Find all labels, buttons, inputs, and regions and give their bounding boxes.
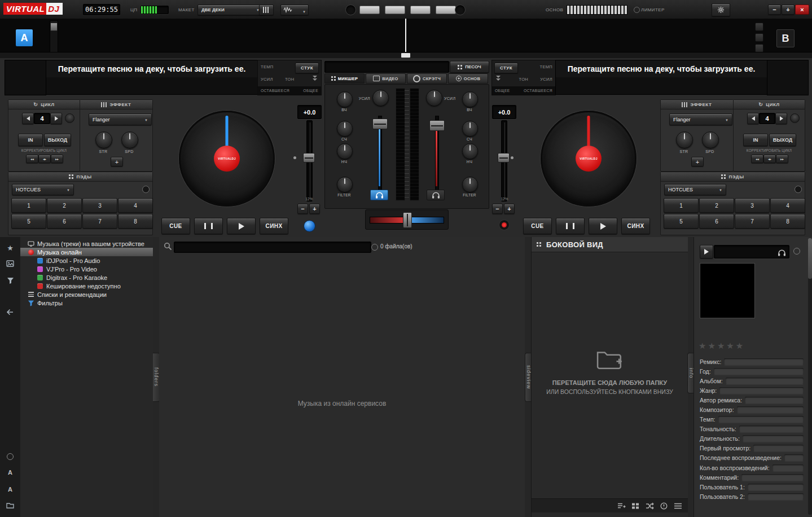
tree-item-cache[interactable]: Кеширование недоступно: [20, 282, 153, 290]
eq-low-knob-a[interactable]: [337, 143, 353, 159]
loop-in-button[interactable]: IN: [18, 134, 43, 146]
info-field-value[interactable]: [724, 358, 804, 365]
chevron-double-icon[interactable]: [496, 76, 501, 81]
gain-knob-b[interactable]: [426, 90, 442, 106]
beat-tap-button[interactable]: СТУК: [295, 63, 319, 73]
wave-option-button-1[interactable]: [755, 23, 763, 31]
search-icon[interactable]: [164, 242, 172, 253]
add-playlist-icon[interactable]: [617, 502, 626, 510]
filter-funnel-icon[interactable]: [0, 275, 20, 286]
pitch-plus-button[interactable]: +: [309, 204, 320, 214]
headphone-cue-b[interactable]: [427, 190, 445, 200]
loop-double-button[interactable]: [50, 113, 62, 124]
pad-button[interactable]: 3: [735, 198, 770, 213]
effect-knob-1[interactable]: [676, 132, 693, 148]
sandbox-search-field[interactable]: [324, 61, 449, 73]
loop-out-button[interactable]: ВЫХОД: [769, 134, 796, 146]
waveform-scroll-handle[interactable]: [401, 53, 410, 58]
tab-video[interactable]: ВИДЕО: [366, 73, 406, 84]
loop-half-button[interactable]: [22, 113, 34, 124]
record-indicator-icon[interactable]: [499, 220, 510, 230]
loop-move-button[interactable]: [763, 155, 776, 163]
pad-button[interactable]: 8: [118, 214, 153, 229]
meter-style-button[interactable]: [259, 5, 274, 15]
loop-move-back-button[interactable]: [26, 155, 38, 163]
pitch-slider-handle[interactable]: [498, 153, 510, 163]
pads-mode-select[interactable]: HOTCUES: [12, 184, 74, 195]
layout-dropdown[interactable]: ДВЕ ДЕКИ: [197, 5, 264, 15]
waveform-area[interactable]: A B: [0, 19, 812, 59]
effect-add-button[interactable]: +: [691, 157, 704, 167]
tree-item-lists[interactable]: Списки и рекомендации: [20, 290, 153, 299]
cue-button[interactable]: CUE: [161, 218, 190, 234]
effect-knob-2[interactable]: [121, 132, 138, 148]
pitch-minus-button[interactable]: −: [297, 204, 308, 214]
preview-option-icon[interactable]: [793, 248, 800, 255]
pads-page-indicator[interactable]: [795, 186, 802, 193]
deck-a-jog-wheel[interactable]: VIRTUALDJ: [179, 111, 275, 207]
tab-mixer[interactable]: МИКШЕР: [324, 73, 365, 84]
pads-mode-select[interactable]: HOTCUES: [664, 184, 726, 195]
loop-move-forward-button[interactable]: [51, 155, 63, 163]
waveform-zoom-handle[interactable]: [50, 23, 58, 31]
waveform-style-dropdown[interactable]: [280, 5, 309, 15]
info-field-value[interactable]: [753, 445, 804, 452]
maximize-button[interactable]: +: [782, 5, 795, 15]
sandbox-button[interactable]: ПЕСОЧ: [450, 61, 489, 73]
info-field-value[interactable]: [773, 465, 804, 471]
tab-master[interactable]: ОСНОВ: [448, 73, 488, 84]
effect-select[interactable]: Flanger: [669, 113, 732, 125]
automix-a-icon[interactable]: A: [0, 467, 20, 477]
sidelist-a-icon[interactable]: A: [0, 484, 20, 494]
list-view-icon[interactable]: [673, 502, 682, 510]
loop-in-button[interactable]: IN: [743, 134, 768, 146]
rating-stars[interactable]: ★★★★★: [699, 341, 745, 351]
pad-button[interactable]: 8: [770, 214, 805, 229]
info-field-value[interactable]: [745, 397, 804, 404]
info-field-value[interactable]: [737, 406, 804, 413]
loop-roll-knob[interactable]: [65, 113, 74, 123]
deck-b-jog-wheel[interactable]: VIRTUALDJ: [541, 111, 637, 207]
play-button[interactable]: [589, 218, 617, 234]
info-field-value[interactable]: [741, 474, 804, 481]
eq-high-knob-b[interactable]: [462, 91, 478, 107]
pad-button[interactable]: 6: [47, 214, 82, 229]
crossfader-handle[interactable]: [403, 212, 412, 228]
wave-option-button-2[interactable]: [755, 33, 763, 42]
info-field-value[interactable]: [748, 484, 804, 490]
play-button[interactable]: [227, 218, 256, 234]
stutter-button[interactable]: [556, 218, 585, 234]
close-button[interactable]: ×: [795, 5, 809, 15]
cue-button[interactable]: CUE: [523, 218, 552, 234]
loop-move-button[interactable]: [38, 155, 51, 163]
waveform-scrollbar[interactable]: [0, 52, 812, 58]
pad-button[interactable]: 4: [118, 198, 153, 213]
volume-fader-handle-b[interactable]: [429, 120, 445, 131]
loop-move-back-button[interactable]: [751, 155, 763, 163]
volume-fader-handle-a[interactable]: [372, 119, 388, 129]
preview-progress-field[interactable]: [714, 245, 789, 258]
loop-double-button[interactable]: [775, 113, 787, 124]
info-field-value[interactable]: [714, 368, 804, 375]
automix-shuffle-icon[interactable]: [645, 502, 654, 510]
back-arrow-icon[interactable]: [0, 307, 20, 317]
scrollbar-thumb[interactable]: [808, 238, 812, 279]
pitch-slider-handle[interactable]: [303, 153, 315, 163]
stutter-button[interactable]: [194, 218, 223, 234]
info-scrollbar[interactable]: [808, 238, 812, 515]
preview-play-button[interactable]: [700, 245, 713, 258]
info-field-value[interactable]: [739, 426, 804, 432]
loop-move-forward-button[interactable]: [776, 155, 788, 163]
pad-button[interactable]: 1: [664, 198, 699, 213]
picture-icon[interactable]: [0, 258, 20, 269]
info-field-value[interactable]: [726, 378, 804, 384]
beat-tap-button[interactable]: СТУК: [494, 63, 518, 73]
loop-out-button[interactable]: ВЫХОД: [44, 134, 71, 146]
loop-roll-knob[interactable]: [790, 113, 800, 123]
loop-half-button[interactable]: [747, 113, 759, 124]
search-input[interactable]: [174, 242, 371, 253]
tree-item-vjpro[interactable]: VJ'Pro - Pro Video: [20, 265, 153, 273]
effect-add-button[interactable]: +: [111, 157, 123, 167]
effect-knob-2[interactable]: [702, 132, 719, 148]
pad-button[interactable]: 2: [47, 198, 82, 213]
